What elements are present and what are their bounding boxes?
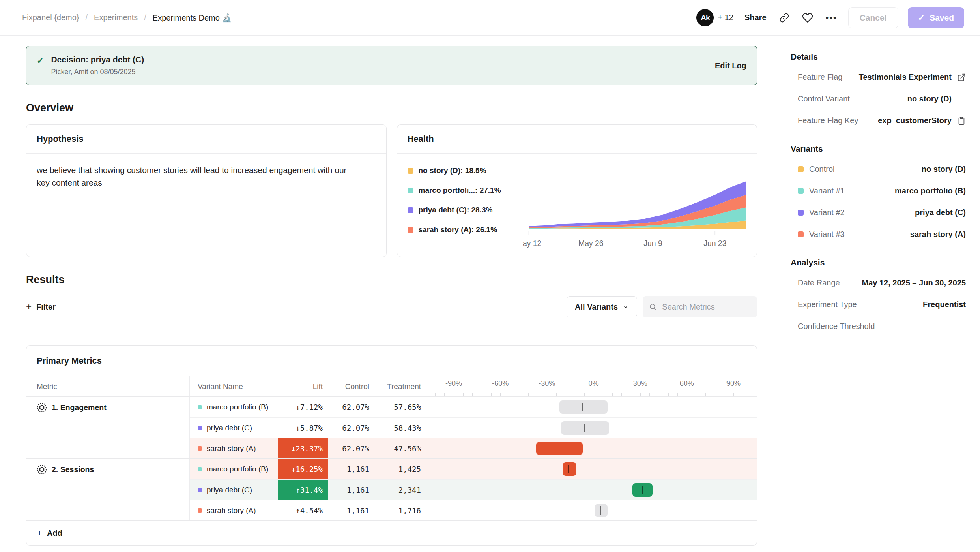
- x-axis-label: May 12: [523, 239, 541, 248]
- external-link-icon: [957, 73, 966, 82]
- variant-name: sarah story (A): [207, 506, 256, 515]
- check-icon: ✓: [918, 13, 925, 23]
- decision-text: Decision: priya debt (C) Picker, Amit on…: [51, 55, 144, 76]
- lift-value: ↑4.54%: [278, 500, 328, 520]
- axis-minor-tick: [659, 393, 659, 396]
- axis-minor-tick: [472, 393, 473, 396]
- variant-color-chip: [198, 405, 202, 409]
- variant-name: priya debt (C): [207, 486, 252, 494]
- axis-minor-tick: [584, 393, 585, 396]
- sidebar-row-label: Variant #2: [809, 208, 845, 217]
- heart-icon: [802, 12, 813, 23]
- variants-dropdown[interactable]: All Variants: [567, 296, 637, 317]
- zero-line: [594, 459, 594, 479]
- cancel-button[interactable]: Cancel: [848, 7, 898, 28]
- add-filter-button[interactable]: + Filter: [26, 299, 56, 315]
- variant-cell: priya debt (C): [190, 418, 278, 438]
- metric-variant-row[interactable]: priya debt (C)↑31.4%1,1612,341: [190, 479, 757, 500]
- results-controls-right: All Variants: [567, 296, 757, 317]
- sidebar-section-title: Analysis: [791, 258, 966, 267]
- more-options-button[interactable]: •••: [824, 12, 839, 24]
- filter-label: Filter: [36, 302, 56, 312]
- axis-minor-tick: [743, 393, 743, 396]
- variant-cell: sarah story (A): [190, 500, 278, 520]
- axis-tick-label: -60%: [492, 379, 509, 388]
- sidebar-row-label: Confidence Threshold: [798, 322, 875, 331]
- metric-variant-row[interactable]: sarah story (A)↑4.54%1,1611,716: [190, 500, 757, 520]
- metric-variant-row[interactable]: sarah story (A)↓23.37%62.07%47.56%: [190, 438, 757, 458]
- variant-color-chip: [198, 508, 202, 513]
- axis-minor-tick: [612, 393, 613, 396]
- metric-rows: marco portfolio (B)↓16.25%1,1611,425priy…: [190, 459, 757, 520]
- x-axis-label: Jun 23: [703, 239, 726, 248]
- sidebar-row: Date RangeMay 12, 2025 – Jun 30, 2025: [791, 278, 966, 287]
- variant-color-chip: [798, 188, 804, 194]
- breadcrumb-experiments[interactable]: Experiments: [94, 13, 138, 22]
- favorite-button[interactable]: [800, 11, 815, 25]
- control-value: 1,161: [328, 459, 377, 479]
- health-card: Health no story (D): 18.5%marco portfoli…: [397, 124, 757, 257]
- axis-minor-tick: [510, 393, 510, 396]
- health-title: Health: [397, 125, 757, 154]
- sidebar-row: Experiment TypeFrequentist: [791, 300, 966, 309]
- overview-heading: Overview: [26, 102, 757, 114]
- breadcrumb-project[interactable]: Fixpanel {demo}: [22, 13, 79, 22]
- treatment-value: 58.43%: [377, 418, 430, 438]
- copy-link-button[interactable]: [778, 11, 791, 24]
- axis-minor-tick: [454, 393, 454, 396]
- axis-minor-tick: [640, 393, 641, 396]
- confidence-interval-plot: [430, 459, 757, 479]
- health-chart-svg: May 12May 26Jun 9Jun 23: [523, 164, 752, 250]
- treatment-value: 57.65%: [377, 397, 430, 417]
- metrics-search-input[interactable]: [661, 302, 751, 312]
- metric-variant-row[interactable]: priya debt (C)↓5.87%62.07%58.43%: [190, 417, 757, 438]
- column-header-control: Control: [328, 376, 377, 396]
- confidence-interval-bar: [559, 400, 608, 414]
- legend-color-chip: [408, 188, 413, 193]
- clipboard-button[interactable]: [952, 116, 966, 125]
- axis-minor-tick: [528, 393, 529, 396]
- metric-icon-wrap: [37, 402, 47, 414]
- health-chart: May 12May 26Jun 9Jun 23: [523, 164, 752, 250]
- median-marker: [584, 424, 585, 432]
- axis-minor-tick: [519, 393, 519, 396]
- sidebar-row: Feature FlagTestimonials Experiment: [791, 73, 966, 82]
- legend-label: priya debt (C): 28.3%: [419, 206, 493, 214]
- metric-cell: 1. Engagement: [26, 397, 190, 458]
- metric-target-icon: [37, 402, 47, 413]
- metric-variant-row[interactable]: marco portfolio (B)↓7.12%62.07%57.65%: [190, 397, 757, 417]
- saved-button[interactable]: ✓ Saved: [908, 7, 964, 28]
- lift-axis: -90%-60%-30%0%30%60%90%: [430, 376, 757, 396]
- legend-color-chip: [408, 227, 413, 233]
- axis-minor-tick: [603, 393, 603, 396]
- primary-metrics-card: Primary Metrics Metric Variant Name Lift…: [26, 345, 757, 546]
- results-heading: Results: [26, 274, 757, 286]
- metric-target-icon: [37, 464, 47, 475]
- decision-title: Decision: priya debt (C): [51, 55, 144, 64]
- breadcrumb-separator: /: [144, 13, 146, 22]
- sidebar-row-label: Feature Flag: [798, 73, 842, 82]
- median-marker: [568, 465, 569, 473]
- lift-value: ↓7.12%: [278, 397, 328, 417]
- metric-variant-row[interactable]: marco portfolio (B)↓16.25%1,1611,425: [190, 459, 757, 479]
- avatar[interactable]: Ak: [696, 9, 714, 26]
- metrics-search: [643, 296, 757, 317]
- topbar-actions: Ak + 12 Share ••• Cancel ✓ Saved: [696, 7, 964, 28]
- sidebar-row: Control Variantno story (D): [791, 94, 966, 103]
- axis-minor-tick: [649, 393, 650, 396]
- sidebar-row: Variant #1marco portfolio (B): [791, 186, 966, 195]
- sidebar-row-value: priya debt (C): [915, 208, 966, 217]
- plus-icon: +: [26, 302, 32, 312]
- share-button[interactable]: Share: [743, 11, 768, 24]
- sidebar-section-title: Details: [791, 52, 966, 62]
- edit-log-button[interactable]: Edit Log: [715, 61, 746, 70]
- external-link-button[interactable]: [952, 73, 966, 82]
- axis-zero-tick: [594, 390, 594, 396]
- zero-line: [594, 500, 594, 520]
- axis-minor-tick: [705, 393, 706, 396]
- axis-minor-tick: [556, 393, 557, 396]
- sidebar-row: Controlno story (D): [791, 165, 966, 174]
- add-metric-button[interactable]: + Add: [26, 521, 757, 545]
- saved-button-label: Saved: [930, 13, 954, 23]
- collaborators-count[interactable]: + 12: [718, 13, 733, 22]
